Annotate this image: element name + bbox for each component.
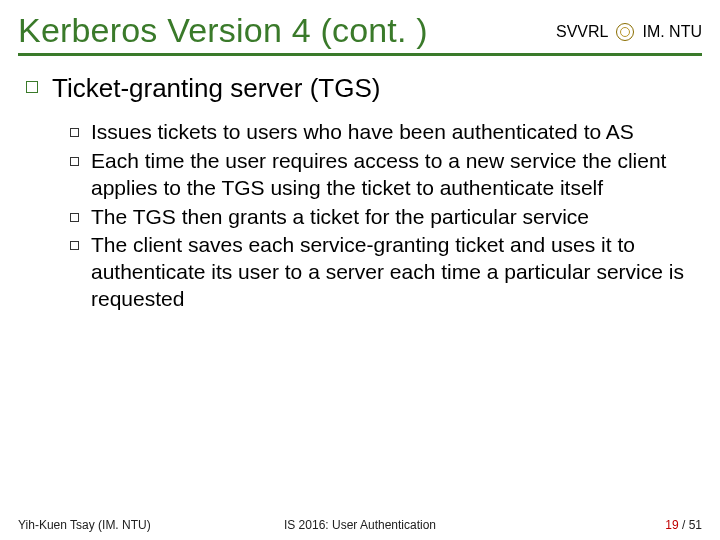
level1-text: Ticket-granting server (TGS) <box>52 72 380 105</box>
square-bullet-icon <box>26 81 38 93</box>
bullet-level2: Issues tickets to users who have been au… <box>70 119 700 146</box>
square-bullet-icon <box>70 128 79 137</box>
level2-text: Issues tickets to users who have been au… <box>91 119 634 146</box>
square-bullet-icon <box>70 213 79 222</box>
brand-right: IM. NTU <box>642 23 702 41</box>
square-bullet-icon <box>70 157 79 166</box>
level2-text: Each time the user requires access to a … <box>91 148 691 202</box>
slide-body: Ticket-granting server (TGS) Issues tick… <box>18 72 702 313</box>
bullet-level2: The TGS then grants a ticket for the par… <box>70 204 700 231</box>
footer: Yih-Kuen Tsay (IM. NTU) IS 2016: User Au… <box>0 518 720 532</box>
bullet-level2: The client saves each service-granting t… <box>70 232 700 313</box>
page-sep: / <box>679 518 689 532</box>
slide-title: Kerberos Version 4 (cont. ) <box>18 12 556 49</box>
footer-page: 19 / 51 <box>665 518 702 532</box>
square-bullet-icon <box>70 241 79 250</box>
bullet-level2: Each time the user requires access to a … <box>70 148 700 202</box>
footer-author: Yih-Kuen Tsay (IM. NTU) <box>18 518 151 532</box>
page-current: 19 <box>665 518 678 532</box>
brand-block: SVVRL IM. NTU <box>556 23 702 49</box>
header-row: Kerberos Version 4 (cont. ) SVVRL IM. NT… <box>18 12 702 49</box>
slide: Kerberos Version 4 (cont. ) SVVRL IM. NT… <box>0 0 720 540</box>
page-total: 51 <box>689 518 702 532</box>
bullet-level1: Ticket-granting server (TGS) <box>26 72 700 105</box>
title-underline <box>18 53 702 56</box>
level2-text: The client saves each service-granting t… <box>91 232 691 313</box>
seal-icon <box>616 23 634 41</box>
level2-text: The TGS then grants a ticket for the par… <box>91 204 589 231</box>
level2-list: Issues tickets to users who have been au… <box>70 119 700 313</box>
footer-course: IS 2016: User Authentication <box>284 518 436 532</box>
brand-left: SVVRL <box>556 23 608 41</box>
